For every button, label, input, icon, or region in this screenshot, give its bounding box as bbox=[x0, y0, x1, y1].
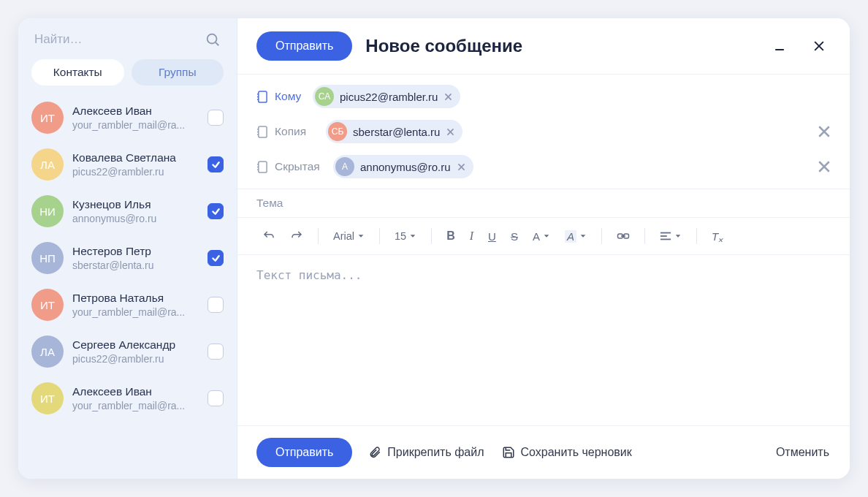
italic-button[interactable]: I bbox=[464, 225, 479, 247]
chevron-down-icon bbox=[357, 232, 365, 240]
undo-icon bbox=[262, 229, 275, 243]
addressbook-icon[interactable] bbox=[256, 161, 267, 173]
text-color-button[interactable]: A bbox=[527, 226, 556, 247]
contact-checkbox[interactable] bbox=[208, 297, 224, 313]
app-window: Контакты Группы ИТАлексеев Иванyour_ramb… bbox=[18, 18, 850, 479]
contact-email: picus22@rambler.ru bbox=[72, 353, 199, 365]
chevron-down-icon bbox=[674, 232, 682, 240]
avatar: ЛА bbox=[31, 335, 64, 368]
contact-item[interactable]: ЛАСергеев Александрpicus22@rambler.ru bbox=[18, 328, 237, 375]
search-row bbox=[18, 18, 237, 56]
contact-item[interactable]: НПНестеров Петрsberstar@lenta.ru bbox=[18, 235, 237, 281]
contact-email: sberstar@lenta.ru bbox=[72, 259, 199, 271]
undo-button[interactable] bbox=[256, 225, 281, 247]
contact-checkbox[interactable] bbox=[208, 390, 224, 406]
avatar: НП bbox=[31, 242, 64, 274]
addressbook-icon[interactable] bbox=[256, 126, 267, 138]
contact-checkbox[interactable] bbox=[208, 110, 224, 126]
contact-info: Алексеев Иванyour_rambler_mail@ra... bbox=[72, 385, 199, 411]
tab-contacts[interactable]: Контакты bbox=[31, 59, 124, 86]
save-icon bbox=[502, 446, 515, 459]
chevron-down-icon bbox=[579, 232, 587, 240]
chip-email: picus22@rambler.ru bbox=[340, 91, 438, 103]
avatar: ИТ bbox=[31, 382, 64, 414]
to-label: Кому bbox=[275, 90, 305, 103]
highlight-button[interactable]: A bbox=[559, 226, 593, 247]
chevron-down-icon bbox=[543, 232, 550, 240]
body-textarea[interactable] bbox=[256, 268, 831, 412]
font-size-select[interactable]: 15 bbox=[389, 226, 422, 246]
check-icon bbox=[211, 160, 221, 170]
attach-button[interactable]: Прикрепить файл bbox=[367, 441, 485, 464]
contact-name: Алексеев Иван bbox=[72, 105, 199, 118]
contact-info: Нестеров Петрsberstar@lenta.ru bbox=[72, 245, 199, 271]
contact-item[interactable]: ЛАКовалева Светланаpicus22@rambler.ru bbox=[18, 141, 237, 188]
toolbar-separator bbox=[601, 228, 602, 244]
chevron-down-icon bbox=[409, 232, 416, 240]
toolbar-separator bbox=[644, 228, 645, 244]
contact-name: Алексеев Иван bbox=[72, 385, 199, 398]
contact-item[interactable]: ИТАлексеев Иванyour_rambler_mail@ra... bbox=[18, 94, 237, 141]
tab-groups[interactable]: Группы bbox=[132, 59, 224, 86]
cancel-button[interactable]: Отменить bbox=[774, 441, 831, 463]
contact-name: Ковалева Светлана bbox=[72, 151, 199, 164]
avatar: НИ bbox=[31, 195, 64, 227]
format-toolbar: Arial 15 B I U S A A T✕ bbox=[237, 218, 850, 255]
contact-checkbox[interactable] bbox=[208, 156, 224, 172]
toolbar-separator bbox=[318, 228, 319, 244]
align-icon bbox=[660, 231, 671, 241]
font-family-select[interactable]: Arial bbox=[327, 226, 370, 246]
minimize-button[interactable] bbox=[768, 34, 791, 58]
insert-link-button[interactable] bbox=[611, 227, 636, 246]
compose-title: Новое сообщение bbox=[365, 36, 752, 56]
save-draft-button[interactable]: Сохранить черновик bbox=[500, 441, 633, 463]
avatar: ИТ bbox=[31, 102, 64, 134]
chip-remove-icon[interactable] bbox=[457, 162, 466, 172]
svg-line-1 bbox=[216, 42, 218, 45]
subject-input[interactable] bbox=[256, 197, 831, 210]
contact-checkbox[interactable] bbox=[208, 203, 224, 219]
svg-rect-11 bbox=[259, 126, 267, 137]
check-icon bbox=[211, 207, 221, 216]
contact-checkbox[interactable] bbox=[208, 344, 224, 360]
row-clear-icon[interactable] bbox=[818, 125, 831, 138]
paperclip-icon bbox=[368, 445, 381, 460]
chip-remove-icon[interactable] bbox=[446, 127, 455, 137]
compose-panel: Отправить Новое сообщение Кому СА picus2… bbox=[237, 18, 850, 479]
cc-chip[interactable]: СБ sberstar@lenta.ru bbox=[326, 120, 462, 143]
align-button[interactable] bbox=[654, 227, 688, 246]
contact-info: Сергеев Александрpicus22@rambler.ru bbox=[72, 338, 199, 365]
redo-button[interactable] bbox=[284, 225, 309, 247]
bcc-chip[interactable]: А annonymus@ro.ru bbox=[333, 155, 473, 178]
chip-avatar: А bbox=[335, 157, 354, 176]
contacts-sidebar: Контакты Группы ИТАлексеев Иванyour_ramb… bbox=[18, 18, 237, 479]
close-icon bbox=[812, 39, 826, 53]
contact-info: Ковалева Светланаpicus22@rambler.ru bbox=[72, 151, 199, 178]
minimize-icon bbox=[772, 39, 787, 53]
to-chip[interactable]: СА picus22@rambler.ru bbox=[313, 85, 460, 108]
bold-button[interactable]: B bbox=[441, 225, 461, 247]
contact-name: Сергеев Александр bbox=[72, 338, 199, 352]
compose-header: Отправить Новое сообщение bbox=[237, 18, 850, 75]
contact-item[interactable]: ИТПетрова Натальяyour_rambler_mail@ra... bbox=[18, 281, 237, 328]
contact-email: picus22@rambler.ru bbox=[72, 166, 199, 178]
clear-format-button[interactable]: T✕ bbox=[706, 226, 724, 247]
close-button[interactable] bbox=[807, 34, 831, 58]
chip-remove-icon[interactable] bbox=[443, 92, 453, 102]
contact-item[interactable]: ИТАлексеев Иванyour_rambler_mail@ra... bbox=[18, 375, 237, 422]
contact-item[interactable]: НИКузнецов Ильяannonymus@ro.ru bbox=[18, 188, 237, 235]
chip-avatar: СБ bbox=[328, 122, 347, 141]
send-button-footer[interactable]: Отправить bbox=[256, 438, 352, 467]
toolbar-separator bbox=[379, 228, 380, 244]
recipient-row-bcc: Скрытая А annonymus@ro.ru bbox=[256, 149, 831, 184]
addressbook-icon[interactable] bbox=[256, 91, 267, 103]
search-icon[interactable] bbox=[205, 31, 221, 48]
contact-email: your_rambler_mail@ra... bbox=[72, 119, 199, 131]
svg-point-0 bbox=[208, 34, 217, 44]
underline-button[interactable]: U bbox=[482, 226, 502, 247]
send-button[interactable]: Отправить bbox=[256, 31, 352, 61]
row-clear-icon[interactable] bbox=[818, 160, 831, 173]
strikethrough-button[interactable]: S bbox=[505, 226, 524, 247]
search-input[interactable] bbox=[34, 32, 205, 47]
contact-checkbox[interactable] bbox=[208, 250, 224, 266]
